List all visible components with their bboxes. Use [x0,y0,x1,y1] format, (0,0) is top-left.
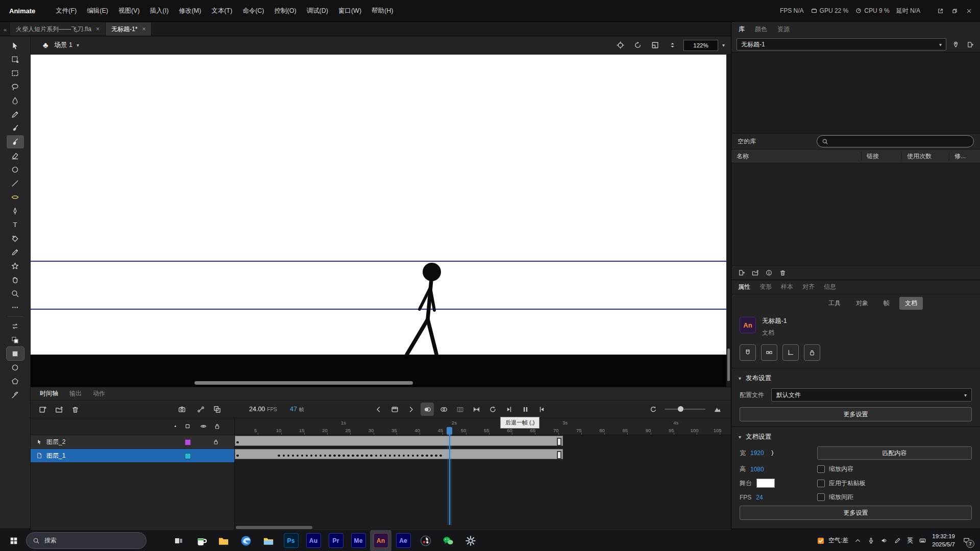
keyframe-dot[interactable] [236,441,239,444]
profile-select[interactable]: 默认文件 ▾ [771,388,972,402]
show-parenting-button[interactable] [194,403,207,416]
menu-item[interactable]: 编辑(E) [82,4,113,18]
camera-button[interactable] [175,403,188,416]
speaker-icon[interactable] [880,537,888,544]
layer-name[interactable]: 图层_2 [46,438,65,446]
keyframe-dot[interactable] [412,455,414,457]
stage-color-swatch[interactable] [756,479,775,488]
animate-taskbar-icon[interactable]: An [370,530,391,551]
current-frame[interactable]: 47帧 [290,406,304,413]
free-transform-tool[interactable] [7,53,24,66]
keyframe-dot[interactable] [306,455,308,457]
keyframe-dot[interactable] [310,455,313,457]
keyframe-dot[interactable] [430,455,433,457]
input-language[interactable]: 英 [907,536,913,545]
task-view-button[interactable] [168,530,189,551]
keyframe-dot[interactable] [398,455,401,457]
snap-to-objects-toggle[interactable] [740,344,756,361]
keyframe-dot[interactable] [370,455,373,457]
keyframe-dot[interactable] [329,455,331,457]
snap-align-toggle[interactable] [761,344,777,361]
keyframe-dot[interactable] [292,455,295,457]
stroke-fill-colors[interactable] [7,333,24,346]
context-tab-object[interactable]: 对象 [850,297,874,310]
go-to-last-frame-button[interactable] [404,403,418,416]
pen-icon[interactable] [894,537,901,544]
section-chevron-icon[interactable]: ▾ [739,434,741,440]
playhead-handle[interactable] [447,427,452,435]
timeline-zoom-slider[interactable] [665,409,705,410]
clip-content-button[interactable] [649,39,662,52]
oval-primitive-tool[interactable] [7,361,24,374]
snap-to-grid-toggle[interactable] [782,344,799,361]
swap-colors[interactable] [7,319,24,333]
frame-rate[interactable]: 24.00FPS [249,406,277,413]
tab-close-icon[interactable]: × [96,26,100,33]
keyframe-dot[interactable] [278,455,280,457]
menu-item[interactable]: 调试(D) [302,4,333,18]
keyframe-dot[interactable] [421,455,424,457]
height-value[interactable]: 1080 [750,466,764,473]
match-contents-button[interactable]: 匹配内容 [817,446,972,460]
reset-timeline-zoom-button[interactable] [646,403,659,416]
air-quality-widget[interactable]: 空气:差 [816,536,848,545]
layer-outline-color-chip[interactable] [185,453,191,459]
scale-spacing-checkbox[interactable] [817,493,825,501]
pin-library-button[interactable] [950,39,961,49]
scale-content-checkbox[interactable] [817,465,825,473]
step-back-one-frame-button[interactable] [502,403,516,416]
keyframe-dot[interactable] [347,455,350,457]
keyframe-dot[interactable] [389,455,391,457]
section-chevron-icon[interactable]: ▾ [739,375,741,381]
settings-app-taskbar-icon[interactable] [460,530,481,551]
keyframe-dot[interactable] [338,455,340,457]
lock-guides-toggle[interactable] [804,344,820,361]
taskbar-search[interactable]: 搜索 [26,532,146,549]
library-search[interactable] [817,135,974,147]
zoom-level-input[interactable]: 122% [683,40,718,51]
apply-pasteboard-checkbox[interactable] [817,480,825,487]
keyframe-dot[interactable] [320,455,322,457]
delete-icon[interactable] [779,269,787,277]
layer-row-selected[interactable]: 图层_1 [31,449,234,463]
visibility-column-icon[interactable] [200,422,207,430]
keyframe-dot[interactable] [380,455,382,457]
keyframe-dot[interactable] [283,455,285,457]
eyedropper-tool[interactable] [7,245,24,259]
tab-align[interactable]: 对齐 [802,283,815,291]
layer-depth-button[interactable] [210,403,224,416]
column-name[interactable]: 名称 [731,152,862,161]
keyframe-dot[interactable] [403,455,405,457]
context-tab-frame[interactable]: 帧 [878,297,895,310]
restore-button[interactable] [948,5,961,17]
keyframe-dot[interactable] [287,455,290,457]
scene-chevron-icon[interactable]: ▾ [77,42,79,48]
microphone-icon[interactable] [867,537,875,544]
keyframe-dot[interactable] [333,455,336,457]
insert-marker-button[interactable] [388,403,401,416]
tab-close-icon[interactable]: × [142,26,145,33]
keyframe-dot[interactable] [342,455,345,457]
premiere-taskbar-icon[interactable]: Pr [325,530,347,551]
highlight-column-icon[interactable] [172,422,179,430]
lasso-tool[interactable] [7,80,24,93]
resize-timeline-view-button[interactable] [710,403,724,416]
frame-span[interactable] [235,436,563,446]
menu-item[interactable]: 插入(I) [145,4,174,18]
column-linkage[interactable]: 链接 [862,152,902,161]
column-modified[interactable]: 修... [949,152,980,161]
keyframe-dot[interactable] [439,455,442,457]
keyframe-dot[interactable] [416,455,419,457]
menu-item[interactable]: 文本(T) [206,4,237,18]
menu-item[interactable]: 帮助(H) [366,4,398,18]
tab-properties[interactable]: 属性 [738,283,750,291]
lock-column-icon[interactable] [213,422,221,430]
keyframe-dot[interactable] [301,455,304,457]
keyframe-dot[interactable] [324,455,327,457]
edge-browser-taskbar-icon[interactable] [235,530,257,551]
onion-skin-outlines-button[interactable] [437,403,450,416]
keyframe-dot[interactable] [361,455,363,457]
tab-library[interactable]: 库 [739,25,745,34]
step-forward-one-frame-button[interactable] [535,403,548,416]
zoom-chevron-icon[interactable]: ▾ [722,42,725,48]
